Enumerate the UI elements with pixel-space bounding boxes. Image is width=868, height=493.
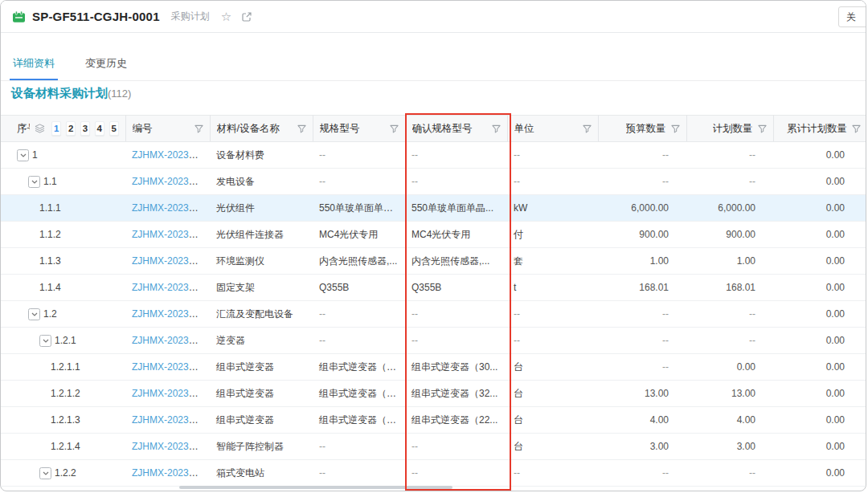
row-code-link[interactable]: ZJHMX-20230606...: [132, 361, 210, 373]
cell-cum_plan_qty: 0.00: [773, 354, 866, 381]
tab-change-history[interactable]: 变更历史: [84, 56, 129, 80]
row-code-link[interactable]: ZJHMX-20230606...: [132, 335, 210, 346]
cell-budget_qty: --: [598, 460, 686, 487]
cell-spec: 组串式逆变器（32...: [313, 381, 405, 407]
cell-name: 组串式逆变器: [210, 407, 313, 434]
table-row[interactable]: 1.1ZJHMX-20230606...发电设备----------0.00: [1, 169, 866, 195]
row-code-link[interactable]: ZJHMX-20230606...: [132, 176, 210, 187]
favorite-star-icon[interactable]: ☆: [221, 10, 231, 22]
cell-plan_qty: 1.00: [686, 248, 773, 275]
filter-icon[interactable]: [194, 124, 203, 133]
filter-icon[interactable]: [671, 124, 680, 133]
tab-detail-info[interactable]: 详细资料: [11, 56, 56, 80]
cell-spec: 550单玻单面单晶...: [313, 195, 405, 222]
tree-level-button-5[interactable]: 5: [109, 121, 119, 136]
cell-spec: 内含光照传感器,...: [313, 248, 405, 275]
column-header-plan_qty[interactable]: 计划数量: [686, 116, 773, 142]
column-label: 累计计划数量: [787, 122, 847, 136]
table-row[interactable]: 1.2.1.1ZJHMX-20230606...组串式逆变器组串式逆变器（30.…: [1, 354, 866, 381]
column-label: 单位: [514, 122, 534, 136]
column-header-budget_qty[interactable]: 预算数量: [598, 116, 686, 142]
table-row[interactable]: 1.2.1.3ZJHMX-20230606...组串式逆变器组串式逆变器（22.…: [1, 407, 866, 434]
row-code-link[interactable]: ZJHMX-20230606...: [132, 467, 210, 479]
row-code-link[interactable]: ZJHMX-20230606...: [132, 149, 210, 161]
cell-budget_qty: 1.00: [598, 248, 686, 275]
cell-seq: 1.2.1.3: [1, 407, 125, 434]
column-header-code[interactable]: 编号: [125, 116, 210, 142]
row-code-link[interactable]: ZJHMX-20230606...: [132, 308, 210, 320]
table-row[interactable]: 1ZJHMX-20230606...设备材料费----------0.00: [1, 142, 866, 169]
close-button[interactable]: 关: [838, 6, 866, 27]
row-code-link[interactable]: ZJHMX-20230606...: [132, 414, 210, 426]
column-header-seq[interactable]: 序号12345: [1, 116, 125, 142]
table-row[interactable]: 1.1.1ZJHMX-20230606...光伏组件550单玻单面单晶...55…: [1, 195, 866, 222]
filter-icon[interactable]: [758, 124, 767, 133]
row-seq-label: 1: [32, 149, 38, 161]
column-header-spec[interactable]: 规格型号: [313, 116, 405, 142]
table-row[interactable]: 1.2.1.2ZJHMX-20230606...组串式逆变器组串式逆变器（32.…: [1, 381, 866, 407]
row-seq-label: 1.2.1: [55, 335, 76, 346]
row-seq-label: 1.1.3: [39, 255, 61, 267]
cell-confirm_spec: --: [405, 169, 507, 195]
cell-budget_qty: --: [598, 354, 686, 381]
tree-level-button-3[interactable]: 3: [80, 121, 90, 136]
tree-layers-icon[interactable]: [35, 124, 45, 133]
expand-collapse-toggle[interactable]: [28, 308, 40, 320]
tree-level-button-1[interactable]: 1: [51, 121, 61, 136]
column-header-unit[interactable]: 单位: [507, 116, 598, 142]
table-row[interactable]: 1.1.4ZJHMX-20230606...固定支架Q355BQ355Bt168…: [1, 275, 866, 301]
cell-plan_qty: 168.01: [686, 275, 773, 301]
cell-seq: 1.1.4: [1, 275, 125, 301]
plan-document-icon: [12, 10, 26, 23]
row-code-link[interactable]: ZJHMX-20230606...: [132, 229, 210, 240]
filter-icon[interactable]: [390, 124, 399, 133]
horizontal-scrollbar[interactable]: [179, 486, 452, 489]
row-seq-label: 1.2: [43, 308, 57, 320]
tree-level-button-2[interactable]: 2: [66, 121, 76, 136]
cell-unit: 付: [507, 222, 598, 248]
row-code-link[interactable]: ZJHMX-20230606...: [132, 282, 210, 293]
cell-code: ZJHMX-20230606...: [125, 434, 210, 460]
row-seq-label: 1.1: [43, 176, 57, 187]
table-row[interactable]: 1.1.3ZJHMX-20230606...环境监测仪内含光照传感器,...内含…: [1, 248, 866, 275]
expand-collapse-toggle[interactable]: [39, 467, 51, 479]
cell-confirm_spec: 组串式逆变器（30...: [405, 354, 507, 381]
table-row[interactable]: 1.2.1.4ZJHMX-20230606...智能子阵控制器----台3.00…: [1, 434, 866, 460]
table-row[interactable]: 1.1.2ZJHMX-20230606...光伏组件连接器MC4光伏专用MC4光…: [1, 222, 866, 248]
expand-collapse-toggle[interactable]: [28, 176, 40, 188]
column-header-name[interactable]: 材料/设备名称: [210, 116, 313, 142]
cell-cum_plan_qty: 0.00: [773, 301, 866, 328]
column-header-cum_plan_qty[interactable]: 累计计划数量: [773, 116, 866, 142]
cell-cum_plan_qty: 0.00: [773, 328, 866, 354]
cell-seq: 1.1: [1, 169, 125, 195]
table-row[interactable]: 1.2.2ZJHMX-20230606...箱式变电站----------0.0…: [1, 460, 866, 487]
row-code-link[interactable]: ZJHMX-20230606...: [132, 441, 210, 452]
share-icon[interactable]: [241, 11, 252, 22]
column-label: 编号: [133, 122, 153, 136]
filter-icon[interactable]: [583, 124, 592, 133]
row-code-link[interactable]: ZJHMX-20230606...: [132, 255, 210, 267]
cell-seq: 1.2.1.1: [1, 354, 125, 381]
row-seq-label: 1.1.2: [39, 229, 61, 240]
expand-collapse-toggle[interactable]: [39, 335, 51, 347]
table-row[interactable]: 1.2ZJHMX-20230606...汇流及变配电设备----------0.…: [1, 301, 866, 328]
cell-budget_qty: 3.00: [598, 434, 686, 460]
cell-unit: 台: [507, 434, 598, 460]
cell-seq: 1.1.3: [1, 248, 125, 275]
cell-spec: MC4光伏专用: [313, 222, 405, 248]
column-label: 规格型号: [320, 122, 360, 136]
tree-level-button-4[interactable]: 4: [95, 121, 104, 136]
filter-icon[interactable]: [852, 124, 861, 133]
cell-budget_qty: --: [598, 328, 686, 354]
filter-icon[interactable]: [297, 124, 306, 133]
cell-plan_qty: --: [686, 460, 773, 487]
expand-collapse-toggle[interactable]: [17, 149, 29, 161]
row-code-link[interactable]: ZJHMX-20230606...: [132, 388, 210, 399]
cell-confirm_spec: 组串式逆变器（22...: [405, 407, 507, 434]
table-row[interactable]: 1.2.1ZJHMX-20230606...逆变器----------0.00: [1, 328, 866, 354]
filter-icon[interactable]: [492, 124, 501, 133]
cell-name: 箱式变电站: [210, 460, 313, 487]
cell-cum_plan_qty: 0.00: [773, 381, 866, 407]
column-header-confirm_spec[interactable]: 确认规格型号: [405, 116, 507, 142]
row-code-link[interactable]: ZJHMX-20230606...: [132, 202, 210, 214]
